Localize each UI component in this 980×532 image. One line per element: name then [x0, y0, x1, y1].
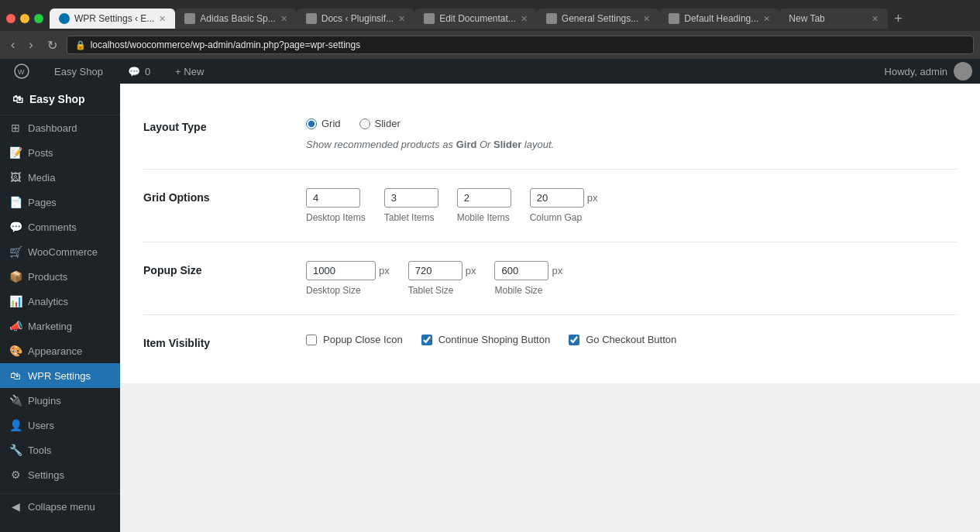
forward-button[interactable]: ›	[24, 36, 37, 53]
plugins-icon: 🔌	[9, 394, 22, 407]
sidebar-item-woocommerce[interactable]: 🛒 WooCommerce	[0, 239, 120, 264]
column-gap-input-wrapper: px	[530, 188, 598, 208]
popup-mobile-input[interactable]	[494, 261, 548, 280]
column-gap-input[interactable]	[530, 188, 584, 208]
tab-edit-doc[interactable]: Edit Documentat... ✕	[414, 9, 537, 29]
site-name-item[interactable]: Easy Shop	[48, 59, 109, 84]
layout-type-row: Layout Type Grid Slider Show recomme	[143, 99, 957, 170]
tablet-items-input[interactable]	[384, 188, 438, 208]
address-bar[interactable]: 🔒 localhost/woocommerce/wp-admin/admin.p…	[67, 36, 974, 54]
comments-count: 0	[145, 66, 150, 77]
tab-close-edit[interactable]: ✕	[521, 14, 528, 24]
tab-label-edit: Edit Documentat...	[439, 13, 516, 24]
tools-icon: 🔧	[9, 444, 22, 456]
posts-icon: 📝	[9, 146, 22, 159]
grid-options-label: Grid Options	[143, 188, 283, 204]
sidebar-item-pages[interactable]: 📄 Pages	[0, 190, 120, 215]
tab-close-docs[interactable]: ✕	[398, 14, 405, 24]
radio-grid-input[interactable]	[306, 118, 317, 129]
mobile-items-input[interactable]	[457, 188, 511, 208]
tab-general[interactable]: General Settings... ✕	[537, 9, 659, 29]
radio-slider[interactable]: Slider	[359, 118, 401, 129]
sidebar-item-settings[interactable]: ⚙ Settings	[0, 462, 120, 487]
sidebar-site-name: 🛍 Easy Shop	[0, 84, 120, 115]
sidebar: 🛍 Easy Shop ⊞ Dashboard 📝 Posts 🖼 Media …	[0, 84, 120, 532]
comments-item[interactable]: 💬 0	[122, 59, 156, 84]
popup-tablet-input[interactable]	[408, 261, 462, 280]
continue-shopping-item[interactable]: Continue Shoping Button	[421, 334, 551, 345]
popup-mobile-wrapper: px	[494, 261, 562, 280]
sidebar-item-posts[interactable]: 📝 Posts	[0, 140, 120, 165]
sidebar-item-appearance[interactable]: 🎨 Appearance	[0, 338, 120, 363]
popup-tablet-label: Tablet Size	[408, 285, 476, 296]
continue-shopping-checkbox[interactable]	[421, 335, 432, 345]
tab-newtab[interactable]: New Tab ✕	[779, 9, 888, 29]
checkbox-group: Popup Close Icon Continue Shoping Button…	[306, 334, 957, 345]
radio-slider-input[interactable]	[359, 118, 370, 129]
maximize-traffic-light[interactable]	[34, 14, 43, 23]
wp-logo-icon: W	[14, 63, 29, 79]
sidebar-collapse[interactable]: ◀ Collapse menu	[0, 493, 120, 519]
comments-sidebar-icon: 💬	[9, 221, 22, 233]
avatar	[954, 62, 972, 81]
sidebar-item-dashboard[interactable]: ⊞ Dashboard	[0, 115, 120, 140]
sidebar-item-comments[interactable]: 💬 Comments	[0, 215, 120, 239]
popup-desktop-label: Desktop Size	[306, 285, 390, 296]
radio-grid[interactable]: Grid	[306, 118, 341, 129]
sidebar-item-marketing[interactable]: 📣 Marketing	[0, 314, 120, 338]
popup-desktop-input[interactable]	[306, 261, 376, 280]
tab-label-heading: Default Heading...	[684, 13, 758, 24]
wp-logo-item[interactable]: W	[8, 59, 36, 84]
tab-favicon-adidas	[184, 13, 195, 24]
popup-close-icon-item[interactable]: Popup Close Icon	[306, 334, 403, 345]
sidebar-item-label-media: Media	[28, 172, 55, 184]
back-button[interactable]: ‹	[6, 36, 19, 53]
desktop-items-input[interactable]	[306, 188, 360, 208]
browser-window: WPR Settings ‹ E... ✕ Adidas Basic Sp...…	[0, 0, 980, 59]
sidebar-item-wpr-settings[interactable]: 🛍 WPR Settings	[0, 363, 120, 388]
tab-favicon-heading	[669, 13, 679, 24]
tab-adidas[interactable]: Adidas Basic Sp... ✕	[175, 9, 296, 29]
tab-close-heading[interactable]: ✕	[763, 14, 770, 24]
sidebar-item-label-analytics: Analytics	[28, 296, 68, 307]
new-item[interactable]: + New	[169, 59, 210, 84]
tab-close-newtab[interactable]: ✕	[872, 14, 879, 24]
go-checkout-checkbox[interactable]	[569, 335, 579, 345]
sidebar-item-users[interactable]: 👤 Users	[0, 413, 120, 438]
minimize-traffic-light[interactable]	[20, 14, 29, 23]
popup-mobile-label: Mobile Size	[494, 285, 562, 296]
close-traffic-light[interactable]	[6, 14, 15, 23]
site-icon: 🛍	[12, 93, 23, 105]
popup-tablet-suffix: px	[466, 265, 476, 276]
popup-size-inputs: px Desktop Size px Tablet Size	[306, 261, 957, 296]
tablet-items-label: Tablet Items	[384, 212, 438, 223]
sidebar-item-label-settings: Settings	[28, 469, 64, 481]
help-gird: Gird	[456, 139, 477, 150]
media-icon: 🖼	[9, 171, 22, 184]
new-tab-button[interactable]: +	[888, 8, 909, 30]
tab-wpr-settings[interactable]: WPR Settings ‹ E... ✕	[50, 9, 175, 29]
tab-close-general[interactable]: ✕	[643, 14, 650, 24]
refresh-button[interactable]: ↻	[43, 36, 62, 54]
settings-icon: ⚙	[9, 469, 22, 481]
tab-close-adidas[interactable]: ✕	[280, 14, 287, 24]
sidebar-item-products[interactable]: 📦 Products	[0, 264, 120, 289]
sidebar-item-tools[interactable]: 🔧 Tools	[0, 438, 120, 462]
tab-heading[interactable]: Default Heading... ✕	[659, 9, 779, 29]
tab-bar: WPR Settings ‹ E... ✕ Adidas Basic Sp...…	[0, 0, 980, 31]
tab-favicon-docs	[306, 13, 317, 24]
marketing-icon: 📣	[9, 320, 22, 332]
tab-docs[interactable]: Docs ‹ Pluginsif... ✕	[297, 9, 414, 29]
wpr-settings-icon: 🛍	[9, 369, 22, 382]
tab-favicon-general	[546, 13, 557, 24]
sidebar-item-analytics[interactable]: 📊 Analytics	[0, 289, 120, 314]
tab-label-general: General Settings...	[562, 13, 638, 24]
woocommerce-icon: 🛒	[9, 245, 22, 258]
popup-close-icon-checkbox[interactable]	[306, 335, 317, 345]
tab-close-wpr[interactable]: ✕	[159, 14, 166, 24]
sidebar-item-label-tools: Tools	[28, 444, 51, 456]
sidebar-item-plugins[interactable]: 🔌 Plugins	[0, 388, 120, 413]
sidebar-site-name-text: Easy Shop	[29, 93, 85, 105]
go-checkout-item[interactable]: Go Checkout Button	[569, 334, 676, 345]
sidebar-item-media[interactable]: 🖼 Media	[0, 165, 120, 190]
